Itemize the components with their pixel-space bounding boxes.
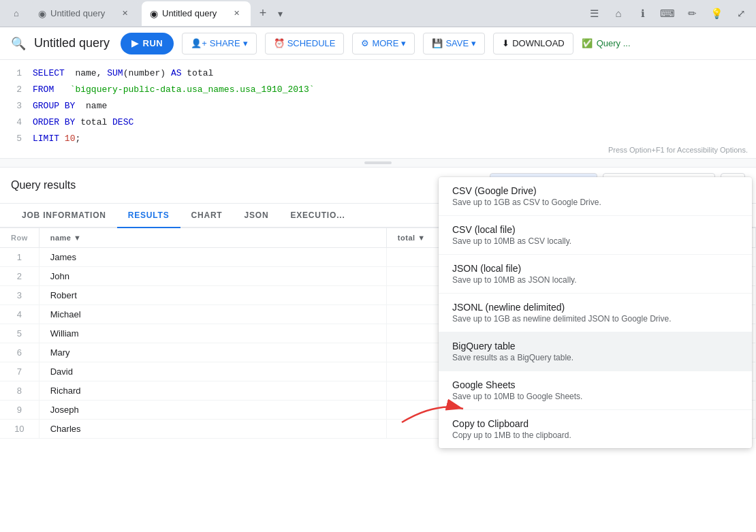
line-num-1: 1 xyxy=(0,66,22,81)
browser-tab-2[interactable]: ◉ Untitled query ✕ xyxy=(142,1,251,26)
tab-chart[interactable]: CHART xyxy=(180,204,234,228)
cell-name: James xyxy=(39,248,386,267)
menu-item-title-google-sheets: Google Sheets xyxy=(452,379,738,390)
share-button[interactable]: 👤+ SHARE ▾ xyxy=(182,33,256,54)
menu-item-desc-clipboard: Copy up to 1MB to the clipboard. xyxy=(452,431,738,440)
new-tab-button[interactable]: + xyxy=(253,4,272,23)
tab-execution[interactable]: EXECUTIO... xyxy=(279,204,356,228)
menu-item-desc-csv-drive: Save up to 1GB as CSV to Google Drive. xyxy=(452,198,738,207)
line-num-5: 5 xyxy=(0,131,22,146)
tab2-icon: ◉ xyxy=(150,8,158,19)
cell-row-num: 8 xyxy=(0,381,39,401)
menu-item-title-csv-drive: CSV (Google Drive) xyxy=(452,185,738,196)
cell-name: John xyxy=(39,267,386,286)
save-label: SAVE xyxy=(445,38,469,48)
cell-row-num: 10 xyxy=(0,420,39,439)
menu-item-desc-jsonl: Save up to 1GB as newline delimited JSON… xyxy=(452,314,738,324)
run-button[interactable]: ▶ RUN xyxy=(121,33,174,54)
expand-icon[interactable]: ⤢ xyxy=(731,4,751,23)
query-title: Untitled query xyxy=(34,36,110,50)
menu-item-clipboard[interactable]: Copy to ClipboardCopy up to 1MB to the c… xyxy=(439,410,752,448)
query-status: ✅ Query ... xyxy=(582,38,631,48)
line-num-2: 2 xyxy=(0,82,22,97)
schedule-button[interactable]: ⏰ SCHEDULE xyxy=(265,33,345,54)
run-play-icon: ▶ xyxy=(131,38,139,48)
download-button[interactable]: ⬇ DOWNLOAD xyxy=(493,33,573,54)
edit-icon[interactable]: ✏ xyxy=(682,4,702,23)
cell-row-num: 7 xyxy=(0,362,39,381)
bulb-icon[interactable]: 💡 xyxy=(707,4,726,23)
tab-json[interactable]: JSON xyxy=(234,204,280,228)
cell-row-num: 9 xyxy=(0,401,39,420)
schedule-label: SCHEDULE xyxy=(287,38,336,48)
tab2-close-button[interactable]: ✕ xyxy=(230,7,242,20)
cell-name: Mary xyxy=(39,343,386,362)
save-icon: 💾 xyxy=(432,38,443,48)
more-label: MORE xyxy=(372,38,398,48)
menu-item-title-jsonl: JSONL (newline delimited) xyxy=(452,302,738,313)
list-icon[interactable]: ☰ xyxy=(584,4,603,23)
line-num-3: 3 xyxy=(0,99,22,114)
drag-handle[interactable] xyxy=(364,161,392,164)
cell-row-num: 3 xyxy=(0,286,39,305)
menu-item-jsonl[interactable]: JSONL (newline delimited)Save up to 1GB … xyxy=(439,294,752,332)
download-icon: ⬇ xyxy=(502,38,509,48)
results-title: Query results xyxy=(11,179,484,191)
menu-item-title-clipboard: Copy to Clipboard xyxy=(452,418,738,429)
status-text: Query ... xyxy=(597,38,631,48)
cell-name: Joseph xyxy=(39,401,386,420)
code-line-4: 4 ORDER BY total DESC xyxy=(0,114,756,131)
cell-name: Robert xyxy=(39,286,386,305)
tab1-label: Untitled query xyxy=(50,8,105,18)
save-button[interactable]: 💾 SAVE ▾ xyxy=(423,33,485,54)
menu-item-desc-bigquery-table: Save results as a BigQuery table. xyxy=(452,353,738,362)
code-line-3: 3 GROUP BY name xyxy=(0,98,756,114)
tab-more-button[interactable]: ▾ xyxy=(278,8,283,19)
menu-item-json-local[interactable]: JSON (local file)Save up to 10MB as JSON… xyxy=(439,255,752,294)
menu-item-title-json-local: JSON (local file) xyxy=(452,263,738,274)
gear-icon: ⚙ xyxy=(361,38,369,48)
app-toolbar: 🔍 Untitled query ▶ RUN 👤+ SHARE ▾ ⏰ SCHE… xyxy=(0,27,756,60)
tab1-close-button[interactable]: ✕ xyxy=(119,7,131,20)
menu-item-desc-google-sheets: Save up to 10MB to Google Sheets. xyxy=(452,392,738,401)
schedule-icon: ⏰ xyxy=(274,38,285,48)
menu-item-csv-local[interactable]: CSV (local file)Save up to 10MB as CSV l… xyxy=(439,216,752,255)
cell-row-num: 6 xyxy=(0,343,39,362)
code-editor[interactable]: 1 SELECT name, SUM(number) AS total 2 FR… xyxy=(0,60,756,159)
accessibility-hint: Press Option+F1 for Accessibility Option… xyxy=(608,146,748,154)
cell-row-num: 1 xyxy=(0,248,39,267)
code-line-2: 2 FROM `bigquery-public-data.usa_names.u… xyxy=(0,82,756,98)
tab-job-information[interactable]: JOB INFORMATION xyxy=(11,204,117,228)
info-icon[interactable]: ℹ xyxy=(633,4,652,23)
cell-row-num: 4 xyxy=(0,305,39,324)
menu-item-csv-drive[interactable]: CSV (Google Drive)Save up to 1GB as CSV … xyxy=(439,177,752,216)
tab-results[interactable]: RESULTS xyxy=(117,204,180,228)
download-label: DOWNLOAD xyxy=(512,38,565,48)
keyboard-icon[interactable]: ⌨ xyxy=(658,4,677,23)
browser-tab-1[interactable]: ◉ Untitled query ✕ xyxy=(30,1,139,26)
browser-tab-bar: ⌂ ◉ Untitled query ✕ ◉ Untitled query ✕ … xyxy=(0,0,756,27)
share-label: SHARE xyxy=(210,38,240,48)
menu-item-bigquery-table[interactable]: BigQuery tableSave results as a BigQuery… xyxy=(439,332,752,371)
menu-item-desc-csv-local: Save up to 10MB as CSV locally. xyxy=(452,236,738,246)
home-tab-button[interactable]: ⌂ xyxy=(5,3,27,25)
more-button[interactable]: ⚙ MORE ▾ xyxy=(352,33,415,54)
query-search-icon: 🔍 xyxy=(11,36,26,51)
col-header-name[interactable]: name ▼ xyxy=(39,228,386,248)
menu-item-desc-json-local: Save up to 10MB as JSON locally. xyxy=(452,275,738,285)
code-line-5: 5 LIMIT 10; xyxy=(0,131,756,147)
cell-row-num: 5 xyxy=(0,324,39,343)
home-icon[interactable]: ⌂ xyxy=(609,4,628,23)
browser-actions: ☰ ⌂ ℹ ⌨ ✏ 💡 ⤢ xyxy=(584,4,751,23)
save-results-dropdown: CSV (Google Drive)Save up to 1GB as CSV … xyxy=(439,177,752,448)
share-icon: 👤+ xyxy=(191,38,207,48)
col-header-row: Row xyxy=(0,228,39,248)
more-chevron-icon: ▾ xyxy=(401,38,406,48)
menu-item-google-sheets[interactable]: Google SheetsSave up to 10MB to Google S… xyxy=(439,371,752,410)
tab2-label: Untitled query xyxy=(162,8,217,18)
line-num-4: 4 xyxy=(0,115,22,130)
resize-handle[interactable] xyxy=(0,159,756,168)
cell-name: Charles xyxy=(39,420,386,439)
menu-item-title-bigquery-table: BigQuery table xyxy=(452,341,738,351)
run-label: RUN xyxy=(143,38,163,48)
